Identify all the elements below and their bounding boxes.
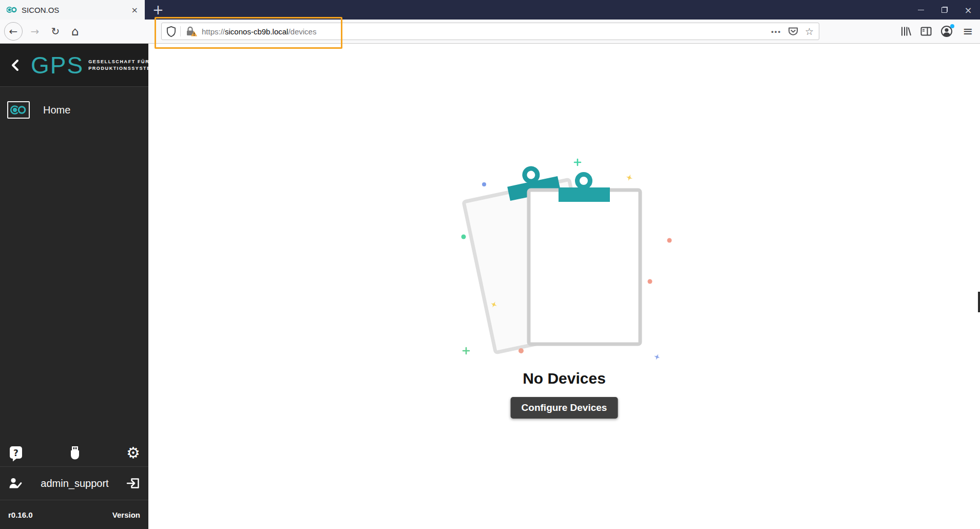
hamburger-menu-icon[interactable]: ≡ [958,23,977,40]
configure-devices-button[interactable]: Configure Devices [511,397,618,419]
sidebar-nav: Home [0,98,148,122]
gps-logo: GPS [31,53,84,77]
reload-button[interactable]: ↻ [47,23,64,40]
minimize-icon [918,10,924,10]
sidebar: GPS GESELLSCHAFT FÜR PRODUKTIONSSYSTEME … [0,44,148,529]
url-text[interactable]: https://siconos-cb9b.local/devices [202,27,316,36]
tab-title: SICON.OS [22,6,130,14]
window-controls: × [909,0,980,20]
sidebar-tools-row: ? ⚙ [0,440,148,466]
new-tab-button[interactable]: + [149,0,167,20]
empty-state-title: No Devices [148,370,980,387]
scrollbar-thumb[interactable] [978,292,980,312]
siconos-home-icon [7,101,30,119]
sidebar-user-row: admin_support [0,467,148,500]
url-bar[interactable]: https://siconos-cb9b.local/devices ••• ☆ [161,23,819,40]
collapse-sidebar-icon[interactable] [10,59,20,71]
page-actions-icon[interactable]: ••• [771,28,781,35]
url-domain: siconos-cb9b.local [225,27,288,36]
sidebar-item-home-label: Home [43,104,70,116]
main-content: No Devices Configure Devices [148,44,980,529]
help-icon[interactable]: ? [8,445,24,462]
library-icon[interactable] [896,23,915,40]
minimize-button[interactable] [909,0,933,20]
sidebar-toggle-icon[interactable] [917,23,935,40]
settings-gear-icon[interactable]: ⚙ [126,445,140,461]
empty-clipboards-illustration [448,149,681,365]
close-icon: × [964,5,972,15]
restore-icon [941,7,948,13]
account-notification-dot [950,24,954,28]
siconos-favicon-icon [7,6,17,13]
close-window-button[interactable]: × [956,0,980,20]
shield-icon[interactable] [166,26,177,37]
sidebar-spacer [0,122,148,440]
version-value: r0.16.0 [8,511,33,519]
sidebar-header: GPS GESELLSCHAFT FÜR PRODUKTIONSSYSTEME [0,44,148,87]
bookmark-star-icon[interactable]: ☆ [805,26,814,37]
forward-button[interactable]: → [27,23,43,40]
navigation-toolbar: ← → ↻ ⌂ https://siconos-cb9b.l [0,20,980,44]
tab-close-icon[interactable]: × [130,5,140,15]
browser-window: SICON.OS × + × ← → ↻ ⌂ [0,0,980,529]
urlbar-divider [180,26,181,36]
sidebar-item-home[interactable]: Home [0,98,148,122]
clipboard-front [529,175,640,345]
version-label: Version [112,511,140,519]
browser-tab-siconos[interactable]: SICON.OS × [0,0,145,20]
url-scheme: https:// [202,27,225,36]
restore-button[interactable] [933,0,956,20]
back-button[interactable]: ← [4,22,23,41]
insecure-lock-warning-icon[interactable] [184,26,198,37]
account-icon[interactable] [937,23,956,40]
logout-icon[interactable] [126,477,140,490]
current-user-name: admin_support [24,478,126,489]
pocket-icon[interactable] [787,26,799,37]
svg-text:?: ? [13,447,18,458]
user-check-icon[interactable] [8,477,24,490]
sidebar-footer: r0.16.0 Version [0,500,148,529]
tab-bar: SICON.OS × + × [0,0,980,20]
browser-home-button[interactable]: ⌂ [67,23,83,40]
url-path: /devices [288,27,316,36]
gps-subtitle-line1: GESELLSCHAFT FÜR [88,59,149,64]
usb-icon[interactable] [68,445,82,461]
